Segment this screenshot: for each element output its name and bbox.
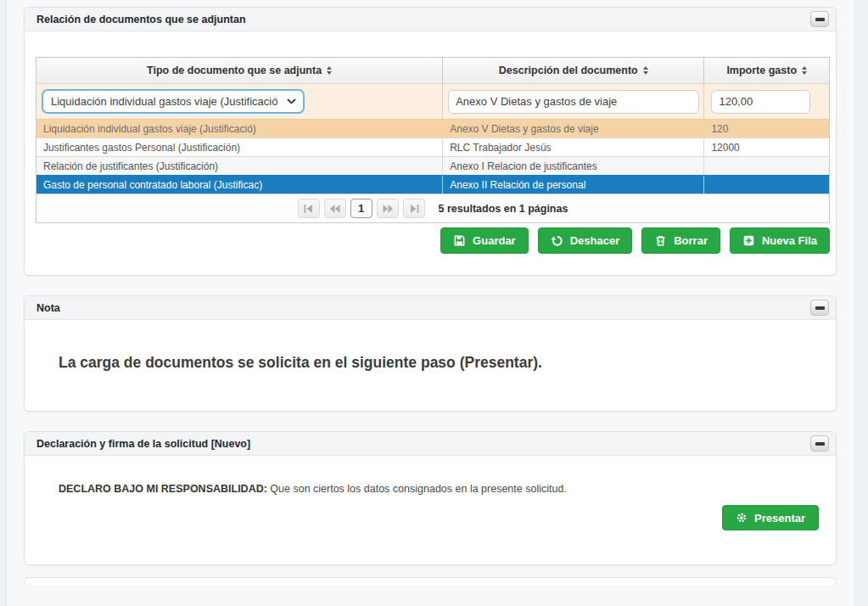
trash-icon: [654, 234, 667, 247]
cell-descripcion[interactable]: Anexo II Relación de personal: [442, 176, 703, 194]
nueva-fila-label: Nueva Fila: [762, 234, 817, 247]
cell-tipo[interactable]: Relación de justificantes (Justificación…: [36, 157, 442, 175]
nota-message: La carga de documentos se solicita en el…: [59, 354, 802, 372]
deshacer-label: Deshacer: [570, 234, 620, 247]
declaration-statement: DECLARO BAJO MI RESPONSABILIDAD: Que son…: [59, 483, 819, 495]
borrar-button[interactable]: Borrar: [641, 227, 720, 254]
table-paginator-bar: 1 5 resultados en 1 páginas: [36, 194, 829, 222]
panel-nota-title: Nota: [36, 302, 60, 314]
descripcion-input[interactable]: [448, 90, 699, 114]
edit-cell-importe: [703, 84, 829, 119]
column-header-importe[interactable]: Importe gasto: [703, 58, 829, 83]
importe-input[interactable]: [711, 90, 810, 114]
declaration-statement-bold: DECLARO BAJO MI RESPONSABILIDAD:: [59, 483, 267, 495]
column-header-tipo-label: Tipo de documento que se adjunta: [147, 65, 322, 76]
panel-nota: Nota La carga de documentos se solicita …: [24, 295, 837, 412]
presentar-button[interactable]: Presentar: [722, 505, 819, 530]
seek-prev-icon: [330, 205, 340, 213]
guardar-label: Guardar: [473, 234, 516, 247]
save-icon: [453, 234, 466, 247]
page: Relación de documentos que se adjuntan T…: [6, 0, 854, 606]
gear-icon: [736, 512, 748, 524]
undo-icon: [551, 234, 563, 247]
column-header-descripcion[interactable]: Descripción del documento: [442, 58, 703, 83]
seek-first-icon: [304, 205, 314, 213]
tipo-documento-select[interactable]: Liquidación individual gastos viaje (Jus…: [42, 89, 305, 114]
table-edit-row: Liquidación individual gastos viaje (Jus…: [36, 83, 829, 119]
chevron-down-icon: [287, 98, 296, 104]
plus-square-icon: [742, 234, 755, 247]
paginator-page-1-button[interactable]: 1: [350, 199, 372, 218]
sort-icon: [802, 66, 807, 75]
cell-tipo[interactable]: Liquidación individual gastos viaje (Jus…: [36, 120, 442, 137]
column-header-importe-label: Importe gasto: [726, 65, 797, 76]
collapse-button[interactable]: [810, 435, 829, 452]
panel-declaracion: Declaración y firma de la solicitud [Nue…: [24, 431, 837, 565]
sort-icon: [327, 66, 332, 75]
edit-cell-tipo: Liquidación individual gastos viaje (Jus…: [36, 84, 442, 119]
table-row-selected[interactable]: Gasto de personal contratado laboral (Ju…: [36, 175, 829, 194]
minus-icon: [815, 18, 825, 21]
cell-descripcion[interactable]: Anexo V Dietas y gastos de viaje: [442, 120, 703, 137]
seek-next-icon: [383, 205, 393, 213]
seek-end-icon: [409, 205, 419, 213]
panel-nota-body: La carga de documentos se solicita en el…: [25, 320, 836, 411]
paginator-prev-button[interactable]: [324, 199, 346, 218]
minus-icon: [815, 306, 825, 310]
paginator-first-button[interactable]: [298, 199, 320, 218]
documents-table: Tipo de documento que se adjunta Descrip…: [36, 57, 830, 223]
next-panel-top-edge: [24, 577, 837, 585]
panel-documentos-header: Relación de documentos que se adjuntan: [25, 8, 836, 31]
column-header-tipo[interactable]: Tipo de documento que se adjunta: [36, 58, 442, 83]
deshacer-button[interactable]: Deshacer: [538, 227, 633, 254]
results-summary: 5 resultados en 1 páginas: [439, 203, 568, 215]
guardar-button[interactable]: Guardar: [440, 227, 529, 254]
edit-cell-descripcion: [442, 84, 703, 119]
panel-documentos: Relación de documentos que se adjuntan T…: [24, 7, 837, 276]
cell-importe[interactable]: 120: [703, 120, 829, 137]
panel-declaracion-header: Declaración y firma de la solicitud [Nue…: [25, 432, 836, 456]
column-header-descripcion-label: Descripción del documento: [499, 65, 638, 76]
cell-importe[interactable]: [703, 176, 829, 194]
minus-icon: [815, 442, 825, 446]
cell-descripcion[interactable]: Anexo I Relacion de justificantes: [442, 157, 703, 175]
panel-nota-header: Nota: [25, 296, 836, 320]
presentar-label: Presentar: [754, 512, 805, 525]
sort-icon: [643, 66, 648, 75]
table-header-row: Tipo de documento que se adjunta Descrip…: [36, 58, 829, 83]
borrar-label: Borrar: [674, 234, 708, 247]
presentar-row: Presentar: [59, 505, 819, 530]
table-row[interactable]: Relación de justificantes (Justificación…: [36, 156, 829, 175]
panel-documentos-body: Tipo de documento que se adjunta Descrip…: [25, 31, 836, 275]
cell-descripcion[interactable]: RLC Trabajador Jesús: [442, 138, 703, 156]
table-row[interactable]: Justificantes gastos Personal (Justifica…: [36, 137, 829, 156]
declaration-statement-text: Que son ciertos los datos consignados en…: [270, 483, 567, 495]
tipo-documento-select-value: Liquidación individual gastos viaje (Jus…: [51, 95, 277, 108]
cell-tipo[interactable]: Gasto de personal contratado laboral (Ju…: [36, 176, 442, 194]
paginator-next-button[interactable]: [377, 199, 399, 218]
panel-declaracion-body: DECLARO BAJO MI RESPONSABILIDAD: Que son…: [25, 456, 836, 564]
cell-tipo[interactable]: Justificantes gastos Personal (Justifica…: [36, 138, 442, 156]
cell-importe[interactable]: [703, 157, 829, 175]
paginator: 1: [298, 199, 425, 218]
collapse-button[interactable]: [810, 300, 829, 316]
paginator-last-button[interactable]: [403, 199, 425, 218]
table-actions: Guardar Deshacer Borra: [36, 227, 830, 254]
collapse-button[interactable]: [810, 11, 829, 27]
panel-documentos-title: Relación de documentos que se adjuntan: [36, 14, 246, 25]
panel-declaracion-title: Declaración y firma de la solicitud [Nue…: [36, 438, 250, 450]
table-row[interactable]: Liquidación individual gastos viaje (Jus…: [36, 119, 829, 137]
cell-importe[interactable]: 12000: [703, 138, 829, 156]
nueva-fila-button[interactable]: Nueva Fila: [730, 227, 830, 254]
